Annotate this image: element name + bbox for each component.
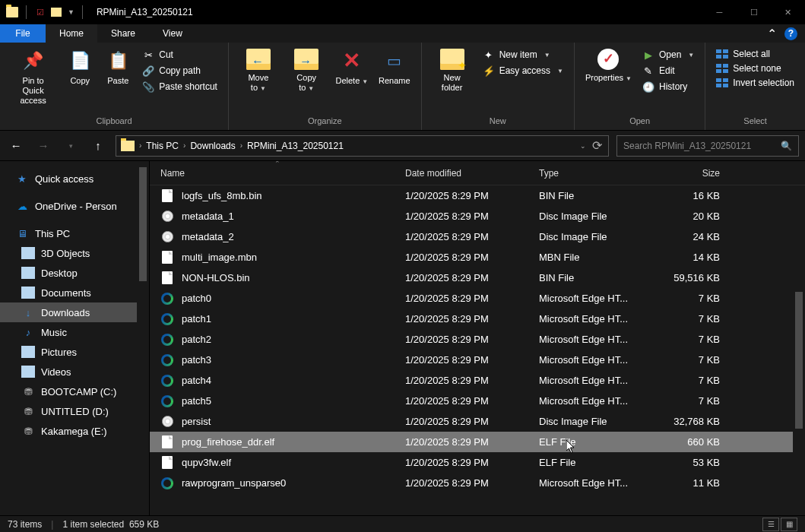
file-type: MBN File: [539, 252, 658, 263]
help-icon[interactable]: ?: [784, 27, 797, 40]
file-row[interactable]: patch41/20/2025 8:29 PMMicrosoft Edge HT…: [150, 370, 805, 391]
file-row[interactable]: multi_image.mbn1/20/2025 8:29 PMMBN File…: [150, 247, 805, 268]
select-none-button[interactable]: Select none: [712, 62, 799, 75]
sidebar-drive-d[interactable]: ⛃UNTITLED (D:): [0, 401, 149, 421]
breadcrumb-current[interactable]: RPMini_A13_20250121: [242, 141, 348, 151]
file-type-icon: [160, 292, 174, 306]
ribbon: 📌 Pin to Quick access 📄 Copy 📋 Paste ✂Cu…: [0, 43, 805, 131]
maximize-button[interactable]: ☐: [737, 0, 771, 24]
forward-button[interactable]: →: [33, 136, 53, 156]
list-scrollbar[interactable]: [793, 185, 805, 515]
folder-icon: [21, 287, 35, 299]
qat-dropdown-icon[interactable]: ▼: [68, 8, 74, 16]
file-size: 7 KB: [658, 334, 732, 345]
file-row[interactable]: NON-HLOS.bin1/20/2025 8:29 PMBIN File59,…: [150, 268, 805, 288]
history-button[interactable]: 🕘History: [638, 79, 699, 94]
breadcrumb-downloads[interactable]: Downloads: [185, 141, 239, 151]
file-date: 1/20/2025 8:29 PM: [405, 354, 539, 366]
file-date: 1/20/2025 8:29 PM: [405, 334, 539, 345]
back-button[interactable]: ←: [6, 136, 26, 156]
file-row[interactable]: persist1/20/2025 8:29 PMDisc Image File3…: [150, 411, 805, 432]
file-type-icon: [160, 415, 174, 429]
copy-path-button[interactable]: 🔗Copy path: [138, 63, 222, 78]
scrollbar-thumb[interactable]: [795, 292, 803, 429]
sidebar-videos[interactable]: Videos: [0, 362, 149, 382]
minimize-button[interactable]: ─: [702, 0, 737, 24]
column-date[interactable]: Date modified: [405, 168, 539, 179]
move-to-button[interactable]: Move to▼: [235, 46, 282, 96]
title-bar: ☑ ▼ RPMini_A13_20250121 ─ ☐ ✕: [0, 0, 805, 24]
sidebar-desktop[interactable]: Desktop: [0, 263, 149, 283]
edit-button[interactable]: ✎Edit: [638, 63, 699, 78]
tab-share[interactable]: Share: [97, 24, 149, 43]
up-button[interactable]: ↑: [88, 136, 108, 156]
sidebar-documents[interactable]: Documents: [0, 283, 149, 302]
label: Select all: [733, 49, 770, 59]
column-size[interactable]: Size: [658, 168, 732, 179]
file-name: patch4: [182, 375, 405, 386]
rename-button[interactable]: ▭ Rename: [374, 46, 414, 89]
properties-button[interactable]: ✓ Properties▼: [581, 46, 636, 86]
file-row[interactable]: metadata_11/20/2025 8:29 PMDisc Image Fi…: [150, 206, 805, 226]
label: Pictures: [41, 347, 77, 358]
qat-new-folder-icon[interactable]: [51, 8, 62, 17]
paste-shortcut-button[interactable]: 📎Paste shortcut: [138, 79, 222, 94]
file-row[interactable]: patch31/20/2025 8:29 PMMicrosoft Edge HT…: [150, 350, 805, 370]
file-row[interactable]: metadata_21/20/2025 8:29 PMDisc Image Fi…: [150, 226, 805, 247]
file-list: Name⌃ Date modified Type Size logfs_ufs_…: [150, 161, 805, 515]
sidebar-3d-objects[interactable]: 3D Objects: [0, 243, 149, 263]
copy-to-button[interactable]: Copy to▼: [284, 46, 330, 96]
refresh-icon[interactable]: ⟳: [592, 138, 602, 153]
file-row[interactable]: rawprogram_unsparse01/20/2025 8:29 PMMic…: [150, 473, 805, 493]
file-size: 32,768 KB: [658, 416, 732, 427]
select-all-button[interactable]: Select all: [712, 47, 799, 61]
dropdown-icon[interactable]: ⌄: [580, 142, 586, 150]
paste-button[interactable]: 📋 Paste: [100, 46, 136, 89]
sidebar-this-pc[interactable]: 🖥This PC: [0, 223, 149, 243]
pin-quick-access-button[interactable]: 📌 Pin to Quick access: [6, 46, 60, 109]
file-row[interactable]: patch11/20/2025 8:29 PMMicrosoft Edge HT…: [150, 309, 805, 329]
sidebar-downloads[interactable]: ↓Downloads: [0, 302, 149, 322]
new-item-button[interactable]: ✦New item▼: [478, 47, 568, 62]
file-row[interactable]: qupv3fw.elf1/20/2025 8:29 PMELF File53 K…: [150, 452, 805, 473]
qat-properties-icon[interactable]: ☑: [34, 6, 46, 18]
invert-selection-button[interactable]: Invert selection: [712, 76, 799, 90]
column-name[interactable]: Name⌃: [160, 168, 405, 179]
tab-home[interactable]: Home: [46, 24, 97, 43]
file-row[interactable]: patch21/20/2025 8:29 PMMicrosoft Edge HT…: [150, 329, 805, 350]
file-row[interactable]: patch51/20/2025 8:29 PMMicrosoft Edge HT…: [150, 391, 805, 411]
open-button[interactable]: ▶Open▼: [638, 47, 699, 62]
breadcrumb-this-pc[interactable]: This PC: [141, 141, 183, 151]
sidebar-quick-access[interactable]: ★Quick access: [0, 169, 149, 188]
new-folder-button[interactable]: New folder: [428, 46, 477, 96]
file-menu[interactable]: File: [0, 24, 46, 43]
sidebar-pictures[interactable]: Pictures: [0, 342, 149, 362]
sidebar-scrollbar[interactable]: [137, 161, 149, 515]
sidebar-music[interactable]: ♪Music: [0, 322, 149, 342]
tab-view[interactable]: View: [149, 24, 196, 43]
label: New folder: [433, 73, 472, 93]
file-row[interactable]: prog_firehose_ddr.elf1/20/2025 8:29 PMEL…: [150, 432, 805, 452]
recent-dropdown[interactable]: ▾: [61, 136, 81, 156]
file-row[interactable]: patch01/20/2025 8:29 PMMicrosoft Edge HT…: [150, 288, 805, 309]
delete-button[interactable]: ✕ Delete▼: [331, 46, 373, 89]
breadcrumb[interactable]: › This PC › Downloads › RPMini_A13_20250…: [116, 135, 609, 157]
sidebar-drive-e[interactable]: ⛃Kakamega (E:): [0, 421, 149, 441]
label: Desktop: [41, 268, 78, 279]
view-details-button[interactable]: ☰: [762, 518, 779, 531]
collapse-ribbon-icon[interactable]: ⌃: [767, 27, 777, 41]
file-row[interactable]: logfs_ufs_8mb.bin1/20/2025 8:29 PMBIN Fi…: [150, 185, 805, 206]
chevron-down-icon: ▼: [688, 52, 694, 59]
sidebar-drive-c[interactable]: ⛃BOOTCAMP (C:): [0, 382, 149, 401]
sidebar-onedrive[interactable]: ☁OneDrive - Person: [0, 196, 149, 216]
easy-access-button[interactable]: ⚡Easy access▼: [478, 63, 568, 78]
view-large-icons-button[interactable]: ▦: [781, 518, 797, 531]
column-type[interactable]: Type: [539, 168, 658, 179]
close-button[interactable]: ✕: [771, 0, 805, 24]
scrollbar-thumb[interactable]: [139, 167, 147, 281]
search-input[interactable]: Search RPMini_A13_20250121 🔍: [616, 135, 799, 157]
file-size: 14 KB: [658, 252, 732, 263]
cut-button[interactable]: ✂Cut: [138, 47, 222, 62]
file-date: 1/20/2025 8:29 PM: [405, 375, 539, 386]
copy-button[interactable]: 📄 Copy: [62, 46, 98, 89]
